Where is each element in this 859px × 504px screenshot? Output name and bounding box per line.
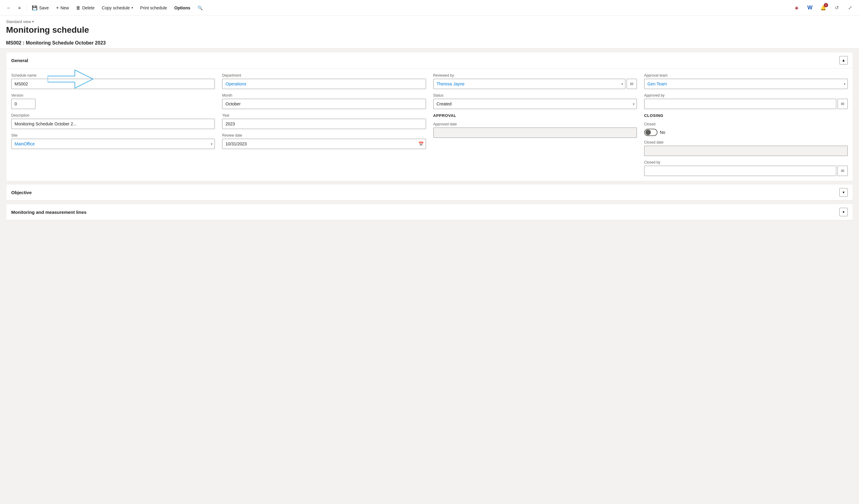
word-button[interactable]: W (804, 2, 815, 13)
menu-button[interactable]: ≡ (15, 4, 24, 12)
reviewed-by-select-wrapper: Theresa Jayne ▾ (433, 79, 626, 89)
closing-section-label: CLOSING (644, 113, 848, 118)
description-label: Description (11, 113, 215, 118)
col2: Department Month Year Review date (222, 73, 426, 176)
refresh-button[interactable]: ↺ (831, 2, 842, 13)
options-button[interactable]: Options (171, 4, 193, 12)
month-label: Month (222, 93, 426, 97)
status-select[interactable]: Created In Progress Completed Cancelled (433, 99, 637, 109)
view-selector[interactable]: Standard view ▾ (6, 19, 853, 24)
year-input[interactable] (222, 119, 426, 129)
col4: Approval team Gen Team Team A Team B ▾ A… (644, 73, 848, 176)
new-button[interactable]: + New (53, 3, 72, 12)
closed-date-label: Closed date (644, 140, 848, 144)
month-input[interactable] (222, 99, 426, 109)
closed-by-mail-button[interactable]: ✉ (838, 166, 848, 176)
version-input[interactable] (11, 99, 35, 109)
site-label: Site (11, 133, 215, 138)
schedule-name-input[interactable] (11, 79, 215, 89)
envelope-icon-2: ✉ (841, 102, 844, 106)
diamond-icon: ◈ (795, 5, 798, 11)
monitoring-lines-section-title: Monitoring and measurement lines (11, 210, 86, 215)
approval-team-select[interactable]: Gen Team Team A Team B (644, 79, 848, 89)
view-label: Standard view (6, 19, 31, 24)
copy-schedule-button[interactable]: Copy schedule ▾ (99, 4, 136, 12)
page-header: Standard view ▾ Monitoring schedule (0, 16, 859, 37)
general-section-body: Schedule name Version Description Site (6, 68, 853, 181)
monitoring-lines-collapse-button[interactable]: ▾ (839, 208, 848, 216)
col1: Schedule name Version Description Site (11, 73, 215, 176)
closed-toggle[interactable] (644, 129, 658, 136)
approved-by-wrapper: ✉ (644, 99, 848, 109)
schedule-name-label: Schedule name (11, 73, 215, 78)
chevron-down-icon-obj: ▾ (843, 190, 844, 195)
reviewed-by-select[interactable]: Theresa Jayne (433, 79, 626, 89)
back-icon: ← (7, 5, 11, 10)
review-date-input[interactable] (222, 139, 426, 149)
objective-section-title: Objective (11, 190, 32, 195)
menu-icon: ≡ (18, 5, 20, 10)
schedule-name-group: Schedule name (11, 73, 215, 89)
diamond-button[interactable]: ◈ (791, 2, 802, 13)
approved-by-label: Approved by (644, 93, 848, 97)
toggle-knob (645, 129, 651, 135)
version-group: Version (11, 93, 215, 109)
print-schedule-button[interactable]: Print schedule (137, 4, 170, 12)
search-button[interactable]: 🔍 (195, 4, 206, 12)
approval-section-label: APPROVAL (433, 113, 637, 118)
approved-by-mail-button[interactable]: ✉ (838, 99, 848, 109)
chevron-up-icon: ▲ (842, 58, 845, 62)
description-input[interactable] (11, 119, 215, 129)
expand-button[interactable]: ⤢ (844, 2, 855, 13)
closed-date-group: Closed date (644, 140, 848, 156)
notification-wrapper: 🔔 0 (818, 2, 829, 13)
approved-by-input[interactable] (644, 99, 836, 109)
description-group: Description (11, 113, 215, 129)
closed-by-wrapper: ✉ (644, 166, 848, 176)
site-select-wrapper: MainOffice Site B Site C ▾ (11, 139, 215, 149)
toolbar: ← ≡ 💾 Save + New 🗑 Delete Copy schedule … (0, 0, 859, 16)
envelope-icon: ✉ (630, 81, 634, 86)
delete-button[interactable]: 🗑 Delete (73, 3, 97, 12)
expand-icon: ⤢ (848, 5, 852, 11)
toolbar-separator (26, 4, 26, 12)
trash-icon: 🗑 (76, 5, 80, 10)
version-label: Version (11, 93, 215, 97)
closed-by-group: Closed by ✉ (644, 160, 848, 176)
approval-label-group: APPROVAL (433, 113, 637, 118)
monitoring-lines-section-header: Monitoring and measurement lines ▾ (6, 204, 853, 220)
word-icon: W (808, 4, 813, 11)
main-content: General ▲ Schedule name Ver (0, 48, 859, 227)
col3: Reviewed by Theresa Jayne ▾ ✉ (433, 73, 637, 176)
back-button[interactable]: ← (4, 4, 14, 12)
status-label: Status (433, 93, 637, 97)
general-section-title: General (11, 58, 28, 63)
site-select[interactable]: MainOffice Site B Site C (11, 139, 215, 149)
general-section: General ▲ Schedule name Ver (6, 52, 853, 181)
general-collapse-button[interactable]: ▲ (839, 56, 848, 64)
objective-collapse-button[interactable]: ▾ (839, 188, 848, 197)
reviewed-by-mail-button[interactable]: ✉ (627, 79, 637, 89)
save-button[interactable]: 💾 Save (29, 3, 52, 12)
approved-date-input[interactable] (433, 127, 637, 138)
status-group: Status Created In Progress Completed Can… (433, 93, 637, 109)
reviewed-by-label: Reviewed by (433, 73, 637, 78)
page-title: Monitoring schedule (6, 25, 853, 35)
closed-label: Closed (644, 122, 848, 126)
department-group: Department (222, 73, 426, 89)
general-section-header: General ▲ (6, 52, 853, 68)
refresh-icon: ↺ (835, 5, 839, 11)
closed-by-input[interactable] (644, 166, 836, 176)
year-label: Year (222, 113, 426, 118)
closing-label-group: CLOSING (644, 113, 848, 118)
closed-toggle-wrapper: No (644, 129, 848, 136)
status-select-wrapper: Created In Progress Completed Cancelled … (433, 99, 637, 109)
closed-date-input[interactable] (644, 146, 848, 156)
reviewed-by-wrapper: Theresa Jayne ▾ ✉ (433, 79, 637, 89)
approval-team-group: Approval team Gen Team Team A Team B ▾ (644, 73, 848, 89)
approved-date-group: Approved date (433, 122, 637, 138)
department-input[interactable] (222, 79, 426, 89)
plus-icon: + (56, 5, 59, 11)
review-date-wrapper: 📅 (222, 139, 426, 149)
review-date-label: Review date (222, 133, 426, 138)
